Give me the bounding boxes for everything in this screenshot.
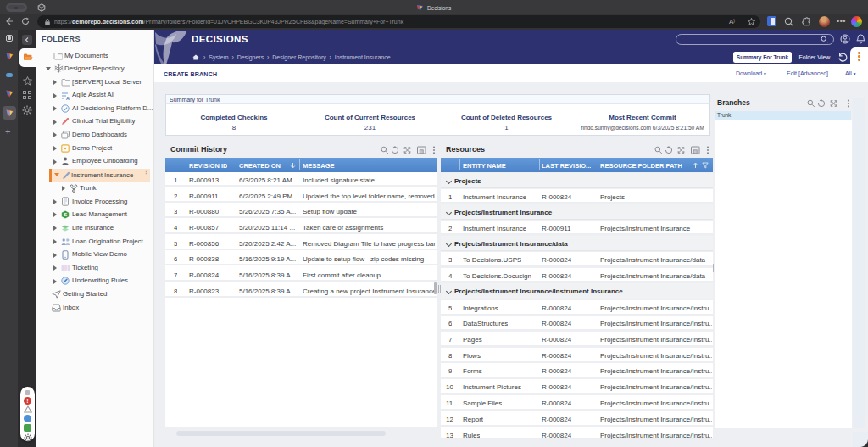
svg-text:AI: AI [66, 95, 70, 100]
svg-text:S: S [64, 212, 67, 217]
